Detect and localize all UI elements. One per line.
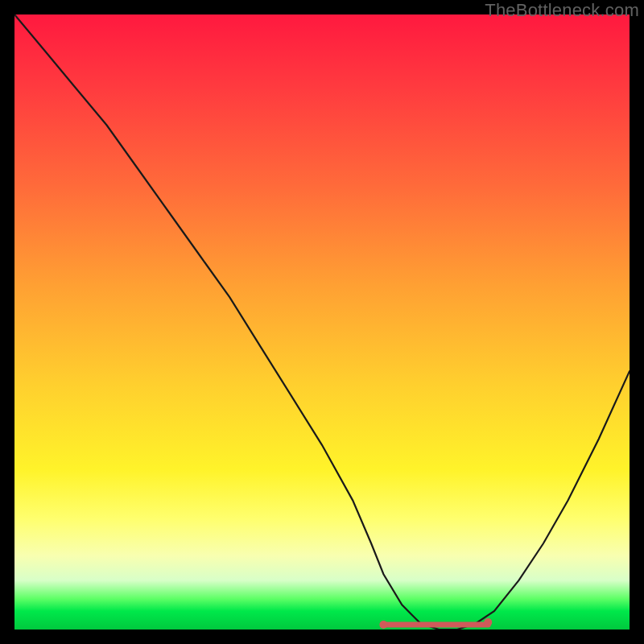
optimal-zone-dot-left: [379, 621, 387, 629]
bottleneck-curve: [14, 14, 630, 630]
watermark-label: TheBottleneck.com: [485, 0, 639, 21]
chart-plot-area: [14, 14, 630, 630]
chart-svg: [14, 14, 630, 630]
optimal-zone-dot-right: [484, 618, 492, 626]
chart-stage: TheBottleneck.com: [0, 0, 644, 644]
